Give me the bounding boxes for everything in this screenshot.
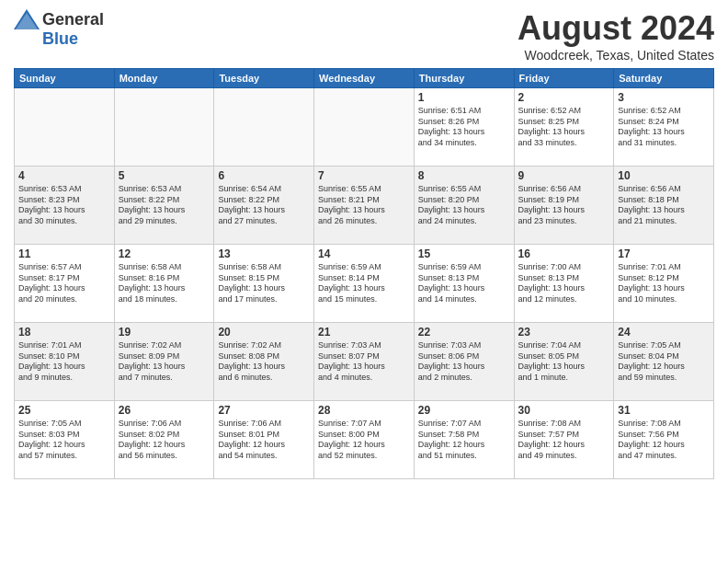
table-row: 21Sunrise: 7:03 AMSunset: 8:07 PMDayligh… (314, 323, 415, 401)
table-row: 24Sunrise: 7:05 AMSunset: 8:04 PMDayligh… (614, 323, 714, 401)
day-info: Sunrise: 7:08 AMSunset: 7:57 PMDaylight:… (518, 419, 610, 462)
day-number: 18 (18, 326, 110, 339)
day-info: Sunrise: 7:02 AMSunset: 8:08 PMDaylight:… (218, 340, 310, 384)
table-row: 22Sunrise: 7:03 AMSunset: 8:06 PMDayligh… (414, 323, 514, 401)
day-info: Sunrise: 6:51 AMSunset: 8:26 PMDaylight:… (418, 106, 510, 149)
day-info: Sunrise: 7:06 AMSunset: 8:01 PMDaylight:… (218, 419, 310, 462)
day-number: 28 (318, 404, 410, 417)
day-info: Sunrise: 6:53 AMSunset: 8:22 PMDaylight:… (119, 184, 210, 227)
calendar-week-row: 18Sunrise: 7:01 AMSunset: 8:10 PMDayligh… (15, 323, 714, 401)
table-row: 1Sunrise: 6:51 AMSunset: 8:26 PMDaylight… (414, 88, 514, 167)
day-number: 25 (18, 404, 110, 417)
table-row (114, 88, 214, 167)
day-info: Sunrise: 6:55 AMSunset: 8:21 PMDaylight:… (318, 184, 410, 227)
table-row: 23Sunrise: 7:04 AMSunset: 8:05 PMDayligh… (514, 323, 614, 401)
table-row: 7Sunrise: 6:55 AMSunset: 8:21 PMDaylight… (314, 167, 415, 245)
day-number: 1 (418, 91, 510, 104)
day-number: 4 (18, 169, 110, 182)
calendar-week-row: 1Sunrise: 6:51 AMSunset: 8:26 PMDaylight… (15, 88, 714, 167)
day-info: Sunrise: 6:53 AMSunset: 8:23 PMDaylight:… (18, 184, 110, 227)
calendar-week-row: 25Sunrise: 7:05 AMSunset: 8:03 PMDayligh… (15, 401, 714, 479)
day-number: 13 (218, 247, 310, 260)
day-number: 9 (518, 169, 610, 182)
table-row: 19Sunrise: 7:02 AMSunset: 8:09 PMDayligh… (114, 323, 214, 401)
day-info: Sunrise: 7:02 AMSunset: 8:09 PMDaylight:… (119, 340, 210, 384)
day-info: Sunrise: 7:05 AMSunset: 8:04 PMDaylight:… (618, 340, 710, 384)
table-row: 4Sunrise: 6:53 AMSunset: 8:23 PMDaylight… (15, 167, 115, 245)
day-info: Sunrise: 7:03 AMSunset: 8:06 PMDaylight:… (418, 340, 510, 384)
calendar-week-row: 4Sunrise: 6:53 AMSunset: 8:23 PMDaylight… (15, 167, 714, 245)
col-monday: Monday (114, 69, 214, 88)
table-row: 18Sunrise: 7:01 AMSunset: 8:10 PMDayligh… (15, 323, 115, 401)
table-row: 28Sunrise: 7:07 AMSunset: 8:00 PMDayligh… (314, 401, 415, 479)
table-row: 13Sunrise: 6:58 AMSunset: 8:15 PMDayligh… (214, 245, 314, 323)
day-info: Sunrise: 6:52 AMSunset: 8:25 PMDaylight:… (518, 106, 610, 149)
table-row: 29Sunrise: 7:07 AMSunset: 7:58 PMDayligh… (414, 401, 514, 479)
day-info: Sunrise: 7:01 AMSunset: 8:10 PMDaylight:… (18, 340, 110, 384)
day-info: Sunrise: 6:56 AMSunset: 8:18 PMDaylight:… (618, 184, 710, 227)
table-row: 27Sunrise: 7:06 AMSunset: 8:01 PMDayligh… (214, 401, 314, 479)
day-number: 27 (218, 404, 310, 417)
day-info: Sunrise: 7:04 AMSunset: 8:05 PMDaylight:… (518, 340, 610, 384)
day-number: 3 (618, 91, 710, 104)
day-info: Sunrise: 6:52 AMSunset: 8:24 PMDaylight:… (618, 106, 710, 149)
day-number: 12 (119, 247, 210, 260)
table-row: 10Sunrise: 6:56 AMSunset: 8:18 PMDayligh… (614, 167, 714, 245)
day-number: 21 (318, 326, 410, 339)
table-row (214, 88, 314, 167)
logo-general: General (42, 10, 104, 29)
day-number: 30 (518, 404, 610, 417)
col-saturday: Saturday (614, 69, 714, 88)
day-number: 29 (418, 404, 510, 417)
table-row: 25Sunrise: 7:05 AMSunset: 8:03 PMDayligh… (15, 401, 115, 479)
table-row: 15Sunrise: 6:59 AMSunset: 8:13 PMDayligh… (414, 245, 514, 323)
col-wednesday: Wednesday (314, 69, 415, 88)
month-title: August 2024 (518, 9, 714, 48)
calendar-week-row: 11Sunrise: 6:57 AMSunset: 8:17 PMDayligh… (15, 245, 714, 323)
day-number: 7 (318, 169, 410, 182)
table-row: 2Sunrise: 6:52 AMSunset: 8:25 PMDaylight… (514, 88, 614, 167)
day-info: Sunrise: 6:54 AMSunset: 8:22 PMDaylight:… (218, 184, 310, 227)
day-number: 26 (119, 404, 210, 417)
day-info: Sunrise: 7:08 AMSunset: 7:56 PMDaylight:… (618, 419, 710, 462)
table-row: 3Sunrise: 6:52 AMSunset: 8:24 PMDaylight… (614, 88, 714, 167)
col-friday: Friday (514, 69, 614, 88)
day-info: Sunrise: 7:06 AMSunset: 8:02 PMDaylight:… (119, 419, 210, 462)
day-number: 31 (618, 404, 710, 417)
day-number: 20 (218, 326, 310, 339)
col-sunday: Sunday (15, 69, 115, 88)
day-number: 10 (618, 169, 710, 182)
table-row: 8Sunrise: 6:55 AMSunset: 8:20 PMDaylight… (414, 167, 514, 245)
day-number: 2 (518, 91, 610, 104)
day-info: Sunrise: 7:00 AMSunset: 8:13 PMDaylight:… (518, 262, 610, 305)
day-number: 15 (418, 247, 510, 260)
day-info: Sunrise: 6:58 AMSunset: 8:15 PMDaylight:… (218, 262, 310, 305)
svg-marker-1 (16, 13, 38, 29)
logo-blue: Blue (42, 29, 78, 49)
table-row: 17Sunrise: 7:01 AMSunset: 8:12 PMDayligh… (614, 245, 714, 323)
table-row: 11Sunrise: 6:57 AMSunset: 8:17 PMDayligh… (15, 245, 115, 323)
day-number: 16 (518, 247, 610, 260)
table-row: 6Sunrise: 6:54 AMSunset: 8:22 PMDaylight… (214, 167, 314, 245)
day-info: Sunrise: 6:55 AMSunset: 8:20 PMDaylight:… (418, 184, 510, 227)
day-info: Sunrise: 7:03 AMSunset: 8:07 PMDaylight:… (318, 340, 410, 384)
day-info: Sunrise: 7:01 AMSunset: 8:12 PMDaylight:… (618, 262, 710, 305)
day-info: Sunrise: 7:07 AMSunset: 8:00 PMDaylight:… (318, 419, 410, 462)
day-info: Sunrise: 6:59 AMSunset: 8:14 PMDaylight:… (318, 262, 410, 305)
title-area: August 2024 Woodcreek, Texas, United Sta… (518, 9, 714, 63)
day-number: 19 (119, 326, 210, 339)
location: Woodcreek, Texas, United States (518, 48, 714, 63)
day-number: 8 (418, 169, 510, 182)
table-row: 31Sunrise: 7:08 AMSunset: 7:56 PMDayligh… (614, 401, 714, 479)
day-info: Sunrise: 6:59 AMSunset: 8:13 PMDaylight:… (418, 262, 510, 305)
day-info: Sunrise: 6:57 AMSunset: 8:17 PMDaylight:… (18, 262, 110, 305)
table-row: 26Sunrise: 7:06 AMSunset: 8:02 PMDayligh… (114, 401, 214, 479)
day-number: 17 (618, 247, 710, 260)
day-number: 6 (218, 169, 310, 182)
table-row: 30Sunrise: 7:08 AMSunset: 7:57 PMDayligh… (514, 401, 614, 479)
table-row: 20Sunrise: 7:02 AMSunset: 8:08 PMDayligh… (214, 323, 314, 401)
day-number: 11 (18, 247, 110, 260)
day-info: Sunrise: 6:56 AMSunset: 8:19 PMDaylight:… (518, 184, 610, 227)
col-tuesday: Tuesday (214, 69, 314, 88)
table-row: 12Sunrise: 6:58 AMSunset: 8:16 PMDayligh… (114, 245, 214, 323)
